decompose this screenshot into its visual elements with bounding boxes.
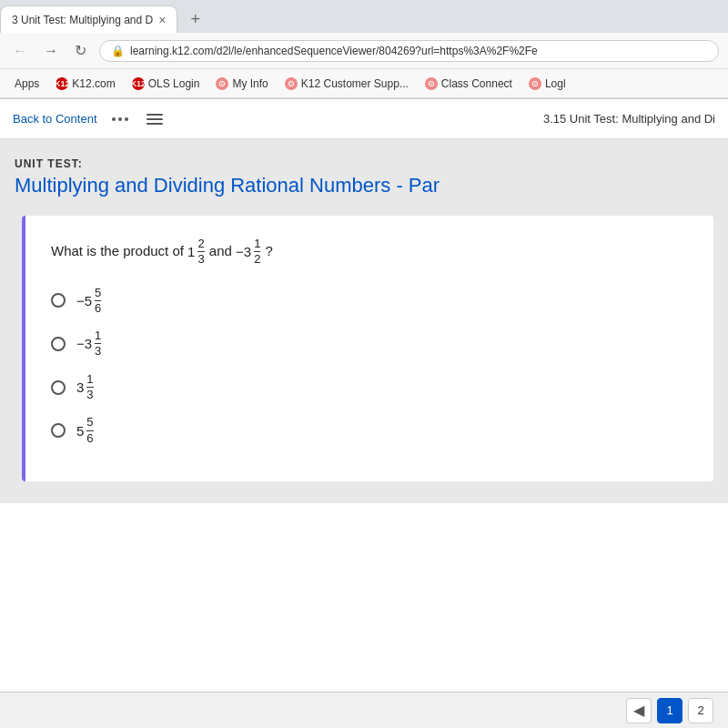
bookmark-k12-support[interactable]: ⊙ K12 Customer Supp...	[279, 76, 414, 92]
class-connect-icon: ⊙	[425, 77, 438, 90]
conjunction: and	[209, 243, 236, 258]
bookmark-k12com[interactable]: K12 K12.com	[50, 76, 120, 92]
ans4-den: 6	[86, 431, 93, 445]
bookmark-k12com-label: K12.com	[72, 77, 115, 90]
num2-whole: −3	[236, 242, 251, 263]
num2-denominator: 2	[254, 252, 260, 266]
ans4-mixed: 5 5 6	[76, 416, 95, 445]
bookmark-apps[interactable]: Apps	[9, 76, 45, 92]
question-text: What is the product of 1 2 3 and −3 1 2	[51, 238, 688, 267]
lms-topbar: Back to Content 3.15 Unit Test: Multiply…	[0, 99, 728, 139]
reload-button[interactable]: ↻	[71, 40, 90, 61]
ans3-whole: 3	[76, 379, 84, 395]
num1-fraction: 2 3	[197, 238, 204, 267]
bookmark-class-connect[interactable]: ⊙ Class Connect	[420, 76, 518, 92]
page-1-label: 1	[666, 703, 672, 717]
answer-option-4[interactable]: 5 5 6	[51, 416, 688, 445]
num1-numerator: 2	[197, 238, 204, 252]
answer-option-3[interactable]: 3 1 3	[51, 373, 688, 402]
dots-menu-button[interactable]	[108, 114, 132, 125]
ans1-whole: −5	[76, 293, 92, 308]
k12-support-icon: ⊙	[285, 77, 298, 90]
page-2-label: 2	[697, 703, 703, 717]
browser-chrome: 3 Unit Test: Multiplying and D × + ← → ↻…	[0, 0, 728, 99]
bookmark-logl[interactable]: ⊙ Logl	[523, 76, 571, 92]
num1-whole: 1	[187, 242, 195, 263]
question-text-after: ?	[266, 243, 273, 258]
url-input[interactable]: 🔒 learning.k12.com/d2l/le/enhancedSequen…	[99, 40, 719, 62]
dot-3	[125, 117, 128, 121]
number1: 1 2 3	[187, 238, 206, 267]
radio-2[interactable]	[51, 337, 66, 351]
unit-test-label: UNIT TEST:	[15, 157, 713, 170]
num2-fraction: 1 2	[254, 238, 260, 267]
bookmark-logl-label: Logl	[545, 77, 566, 90]
ans2-fraction: 1 3	[95, 329, 101, 359]
question-card: What is the product of 1 2 3 and −3 1 2	[22, 216, 713, 481]
ans3-fraction: 1 3	[86, 373, 93, 402]
tab-bar: 3 Unit Test: Multiplying and D × +	[0, 0, 728, 33]
pagination-bar: ◀ 1 2	[0, 692, 728, 728]
ans1-mixed: −5 5 6	[76, 287, 102, 316]
radio-1[interactable]	[51, 293, 66, 308]
ans3-mixed: 3 1 3	[76, 373, 95, 402]
ans1-fraction: 5 6	[95, 287, 101, 316]
dot-2	[118, 117, 122, 121]
ans3-den: 3	[86, 388, 93, 401]
active-tab[interactable]: 3 Unit Test: Multiplying and D ×	[0, 5, 177, 33]
answer-text-2: −3 1 3	[76, 329, 102, 359]
logl-icon: ⊙	[529, 77, 541, 90]
unit-test-title: Multiplying and Dividing Rational Number…	[15, 174, 713, 197]
hline-3	[147, 123, 163, 125]
page-2-button[interactable]: 2	[688, 698, 713, 723]
num2-numerator: 1	[254, 238, 260, 252]
page-content: Back to Content 3.15 Unit Test: Multiply…	[0, 99, 728, 728]
dot-1	[112, 117, 116, 121]
ans3-num: 1	[86, 373, 93, 388]
forward-button[interactable]: →	[40, 41, 62, 61]
answer-option-1[interactable]: −5 5 6	[51, 287, 688, 316]
ans4-num: 5	[86, 416, 93, 430]
ans4-whole: 5	[76, 423, 84, 439]
ans2-mixed: −3 1 3	[76, 329, 102, 359]
bookmark-apps-label: Apps	[15, 77, 39, 90]
answer-option-2[interactable]: −3 1 3	[51, 329, 688, 359]
bookmark-ols-login[interactable]: K12 OLS Login	[126, 76, 206, 92]
ans2-whole: −3	[76, 336, 92, 351]
ans4-fraction: 5 6	[86, 416, 93, 445]
unit-title-bar: 3.15 Unit Test: Multiplying and Di	[177, 112, 716, 126]
back-button[interactable]: ←	[9, 41, 31, 61]
hamburger-menu-button[interactable]	[143, 110, 167, 128]
radio-4[interactable]	[51, 423, 66, 438]
radio-3[interactable]	[51, 380, 66, 395]
prev-page-button[interactable]: ◀	[626, 698, 652, 723]
my-info-icon: ⊙	[216, 77, 228, 90]
ans2-num: 1	[95, 329, 101, 344]
answer-text-4: 5 5 6	[76, 416, 95, 445]
new-tab-button[interactable]: +	[183, 10, 207, 29]
answer-text-3: 3 1 3	[76, 373, 95, 402]
number2: −3 1 2	[236, 238, 261, 267]
hline-1	[147, 114, 163, 116]
bookmark-class-connect-label: Class Connect	[441, 77, 512, 90]
bookmark-ols-label: OLS Login	[148, 77, 200, 90]
bookmarks-bar: Apps K12 K12.com K12 OLS Login ⊙ My Info…	[0, 69, 728, 98]
ans2-den: 3	[95, 344, 101, 358]
tab-title: 3 Unit Test: Multiplying and D	[12, 14, 153, 26]
bookmark-my-info-label: My Info	[232, 77, 268, 90]
lock-icon: 🔒	[111, 45, 125, 57]
address-bar: ← → ↻ 🔒 learning.k12.com/d2l/le/enhanced…	[0, 33, 728, 69]
answer-text-1: −5 5 6	[76, 287, 102, 316]
back-to-content-link[interactable]: Back to Content	[13, 112, 97, 126]
back-to-content-label: Back to Content	[13, 112, 97, 126]
page-1-button[interactable]: 1	[657, 698, 682, 723]
bookmark-my-info[interactable]: ⊙ My Info	[210, 76, 273, 92]
ans1-den: 6	[95, 301, 101, 315]
main-area: UNIT TEST: Multiplying and Dividing Rati…	[0, 139, 728, 503]
k12-icon-2: K12	[132, 77, 145, 90]
bookmark-k12-support-label: K12 Customer Supp...	[301, 77, 409, 90]
k12-icon-1: K12	[56, 77, 68, 90]
hline-2	[147, 118, 163, 120]
tab-close-button[interactable]: ×	[158, 13, 166, 27]
question-text-before: What is the product of	[51, 243, 187, 258]
